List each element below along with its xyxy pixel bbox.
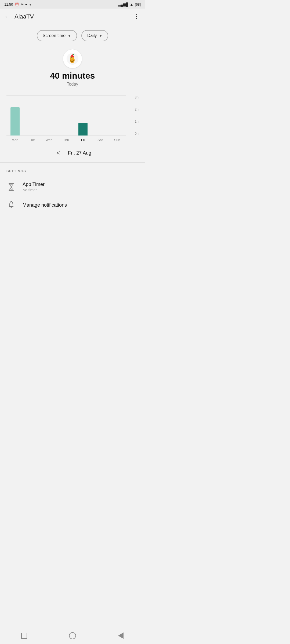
y-label-0h: 0h (135, 131, 139, 136)
screen-time-label: Screen time (43, 33, 66, 38)
settings-header: SETTINGS (6, 169, 139, 173)
status-time: 11:50 (4, 2, 13, 6)
app-timer-text: App Timer No timer (23, 182, 45, 192)
bar-col-sat[interactable] (92, 95, 108, 136)
bar-mon (10, 107, 20, 136)
prev-date-button[interactable]: < (54, 148, 63, 158)
day-sat: Sat (92, 138, 108, 142)
dot-icon (136, 16, 137, 17)
y-axis-labels: 3h 2h 1h 0h (128, 95, 139, 136)
period-filter[interactable]: Daily ▼ (81, 30, 108, 41)
bar-col-fri[interactable] (75, 95, 92, 136)
dot-icon (136, 18, 137, 19)
dot-icon (136, 14, 137, 15)
app-icon-svg (66, 53, 79, 65)
day-sun: Sun (109, 138, 126, 142)
chart-bars (6, 95, 126, 136)
app-icon (63, 49, 82, 68)
app-title: AlaaTV (15, 13, 128, 20)
day-tue: Tue (23, 138, 40, 142)
bar-col-wed[interactable] (41, 95, 57, 136)
manage-notifications-item[interactable]: Manage notifications (6, 196, 139, 214)
status-bar: 11:50 ⏰ ✳ ● ↡ ▂▄▆█ ▲ [68] (0, 0, 145, 9)
app-timer-item[interactable]: App Timer No timer (6, 177, 139, 196)
brightness-icon: ✳ (21, 2, 24, 6)
day-mon: Mon (6, 138, 23, 142)
svg-point-5 (71, 57, 72, 58)
signal-icon: ▂▄▆█ (118, 2, 128, 6)
main-content: Screen time ▼ Daily ▼ (0, 25, 145, 235)
period-label: Daily (87, 33, 97, 38)
download-icon: ↡ (29, 2, 32, 6)
app-timer-title: App Timer (23, 182, 45, 187)
bar-col-mon[interactable] (6, 95, 23, 136)
date-navigation: < Fri, 27 Aug (0, 144, 145, 162)
y-label-3h: 3h (135, 95, 139, 99)
day-labels: Mon Tue Wed Thu Fri Sat Sun (6, 136, 126, 144)
day-thu: Thu (57, 138, 74, 142)
bell-icon (6, 201, 16, 209)
hourglass-svg (8, 183, 15, 191)
alarm-icon: ⏰ (15, 2, 19, 6)
app-summary-area: 40 minutes Today (0, 44, 145, 89)
screen-time-period: Today (67, 82, 78, 87)
wifi-icon: ▲ (130, 2, 133, 6)
bar-col-sun[interactable] (109, 95, 126, 136)
current-date: Fri, 27 Aug (68, 150, 91, 156)
status-right: ▂▄▆█ ▲ [68] (118, 2, 141, 6)
bar-fri (78, 123, 88, 136)
timer-icon (6, 183, 16, 191)
svg-point-8 (11, 201, 12, 202)
screen-time-value: 40 minutes (50, 71, 95, 81)
chart-area: 3h 2h 1h 0h (0, 89, 145, 144)
app-bar: ← AlaaTV (0, 9, 145, 25)
chart-container: 3h 2h 1h 0h (6, 95, 139, 144)
back-button[interactable]: ← (4, 13, 10, 20)
day-wed: Wed (41, 138, 57, 142)
day-fri: Fri (75, 138, 92, 142)
period-dropdown-icon: ▼ (99, 34, 102, 38)
status-left: 11:50 ⏰ ✳ ● ↡ (4, 2, 32, 6)
filter-row: Screen time ▼ Daily ▼ (0, 25, 145, 44)
screen-time-dropdown-icon: ▼ (68, 34, 71, 38)
notifications-title: Manage notifications (23, 202, 67, 208)
y-label-1h: 1h (135, 119, 139, 123)
y-label-2h: 2h (135, 107, 139, 111)
app-timer-subtitle: No timer (23, 188, 45, 192)
notifications-text: Manage notifications (23, 202, 67, 208)
bell-svg (8, 201, 15, 209)
svg-rect-4 (70, 57, 74, 57)
screen-time-filter[interactable]: Screen time ▼ (37, 30, 77, 41)
battery-icon: [68] (135, 2, 141, 6)
app-icon-small: ● (25, 2, 27, 6)
bar-col-thu[interactable] (57, 95, 74, 136)
bar-col-tue[interactable] (23, 95, 40, 136)
settings-section: SETTINGS App Timer No timer (0, 163, 145, 214)
more-button[interactable] (132, 12, 141, 21)
